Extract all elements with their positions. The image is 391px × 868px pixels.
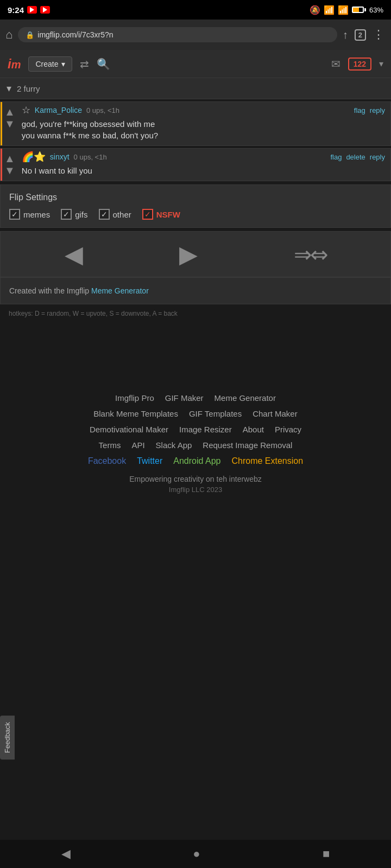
delete-2[interactable]: delete: [346, 153, 365, 161]
battery-icon: [352, 7, 366, 13]
username-2[interactable]: sinxyt: [50, 152, 70, 161]
footer-link-image-resizer[interactable]: Image Resizer: [179, 425, 232, 434]
more-menu-icon[interactable]: ⋮: [373, 28, 386, 42]
footer-link-api[interactable]: API: [131, 441, 144, 450]
search-icon[interactable]: 🔍: [97, 58, 110, 71]
checkbox-gifs: ✓ gifs: [61, 209, 87, 220]
comment-1-content: ☆ Karma_Police 0 ups, <1h flag reply god…: [20, 102, 390, 145]
checkbox-row: ✓ memes ✓ gifs ✓ other ✓ NSFW: [9, 209, 382, 220]
footer-row-3: Demotivational Maker Image Resizer About…: [11, 425, 380, 434]
footer-link-imgflip-pro[interactable]: Imgflip Pro: [115, 393, 154, 403]
hotkeys-text: hotkeys: D = random, W = upvote, S = dow…: [9, 310, 178, 317]
comment-2-content: 🌈⭐ sinxyt 0 ups, <1h flag delete reply N…: [20, 149, 390, 181]
flip-settings: Flip Settings ✓ memes ✓ gifs ✓ other ✓ N…: [0, 184, 391, 228]
forward-arrow[interactable]: ▶: [179, 240, 198, 268]
home-icon[interactable]: ⌂: [5, 28, 12, 42]
shuffle-nav[interactable]: ⇒⇔: [294, 242, 326, 267]
reply-2[interactable]: reply: [370, 153, 385, 161]
imgflip-logo: im: [8, 56, 21, 72]
meta-1: 0 ups, <1h: [86, 106, 119, 114]
collapse-button[interactable]: ▾: [7, 82, 11, 94]
footer-link-meme-gen[interactable]: Meme Generator: [215, 393, 276, 403]
shuffle-icon[interactable]: ⇄: [80, 58, 89, 71]
vote-col-2: ▲ ▼: [2, 149, 20, 181]
downvote-2[interactable]: ▼: [4, 165, 15, 176]
footer-row-4: Terms API Slack App Request Image Remova…: [11, 441, 380, 450]
comment-1-text: god, you're f**king obsessed with meyou …: [22, 118, 385, 141]
battery-percent: 63%: [369, 6, 383, 14]
footer-link-gif-templates[interactable]: GIF Templates: [189, 409, 242, 418]
footer-android-link[interactable]: Android App: [173, 456, 220, 466]
mute-icon: 🔕: [310, 5, 320, 15]
checkbox-other-box[interactable]: ✓: [99, 209, 110, 220]
wifi-icon: 📶: [324, 5, 335, 15]
footer-tagline: Empowering creativity on teh interwebz: [11, 475, 380, 483]
checkbox-other-label: other: [113, 210, 131, 219]
flag-2[interactable]: flag: [330, 153, 342, 161]
status-left: 9:24: [8, 5, 50, 15]
header-dropdown[interactable]: ▾: [379, 59, 383, 69]
android-recents-button[interactable]: ■: [323, 847, 330, 861]
url-text: imgflip.com/i/7c3xr5?n: [37, 30, 329, 39]
checkbox-memes: ✓ memes: [9, 209, 50, 220]
upvote-2[interactable]: ▲: [4, 153, 15, 164]
create-button[interactable]: Create ▾: [28, 56, 72, 72]
dropdown-arrow: ▾: [61, 60, 65, 68]
reply-flag-1[interactable]: reply: [370, 106, 385, 114]
comment-2-meta: 🌈⭐ sinxyt 0 ups, <1h flag delete reply: [22, 151, 385, 163]
android-home-button[interactable]: ●: [193, 847, 200, 861]
meta-2: 0 ups, <1h: [74, 153, 107, 161]
mail-icon[interactable]: ✉: [118, 58, 340, 71]
comment-2-text: No I want to kill you: [22, 165, 385, 176]
nav-row: ◀ ▶ ⇒⇔: [0, 231, 391, 277]
footer-link-about[interactable]: About: [243, 425, 264, 434]
feedback-tab[interactable]: Feedback: [0, 716, 15, 760]
collapsed-comment: ▾ 2 furry: [0, 78, 391, 99]
downvote-1[interactable]: ▼: [4, 118, 15, 129]
footer-link-blank-meme[interactable]: Blank Meme Templates: [93, 409, 178, 418]
share-icon[interactable]: ↑: [343, 29, 348, 41]
user-badge-2: 🌈⭐: [22, 151, 46, 163]
android-nav-bar: ◀ ● ■: [0, 840, 391, 868]
checkbox-memes-label: memes: [23, 210, 50, 219]
footer-link-demotivational[interactable]: Demotivational Maker: [90, 425, 168, 434]
comment-1-main: ▲ ▼ ☆ Karma_Police 0 ups, <1h flag reply…: [1, 102, 390, 145]
upvote-1[interactable]: ▲: [4, 106, 15, 117]
imgflip-header: im Create ▾ ⇄ 🔍 ✉ 122 ▾: [0, 50, 391, 78]
footer-link-slack[interactable]: Slack App: [156, 441, 192, 450]
notification-badge[interactable]: 122: [348, 58, 371, 71]
checkbox-nsfw-box[interactable]: ✓: [142, 209, 153, 220]
android-back-button[interactable]: ◀: [61, 847, 71, 861]
checkbox-memes-box[interactable]: ✓: [9, 209, 20, 220]
comment-2-actions: flag delete reply: [330, 153, 385, 161]
status-right: 🔕 📶 📶 63%: [310, 5, 383, 15]
checkbox-nsfw: ✓ NSFW: [142, 209, 180, 220]
tab-count[interactable]: 2: [355, 29, 366, 41]
browser-bar: ⌂ 🔒 imgflip.com/i/7c3xr5?n ↑ 2 ⋮: [0, 20, 391, 50]
footer-link-request-removal[interactable]: Request Image Removal: [203, 441, 292, 450]
footer-link-privacy[interactable]: Privacy: [275, 425, 301, 434]
footer-link-gif-maker[interactable]: GIF Maker: [165, 393, 204, 403]
footer-link-terms[interactable]: Terms: [99, 441, 121, 450]
url-bar[interactable]: 🔒 imgflip.com/i/7c3xr5?n: [18, 27, 337, 42]
comment-2: ▲ ▼ 🌈⭐ sinxyt 0 ups, <1h flag delete rep…: [0, 148, 391, 181]
footer-facebook-link[interactable]: Facebook: [88, 456, 126, 466]
checkbox-gifs-label: gifs: [75, 210, 87, 219]
footer-link-chart-maker[interactable]: Chart Maker: [253, 409, 298, 418]
footer-row-2: Blank Meme Templates GIF Templates Chart…: [11, 409, 380, 418]
flag-1[interactable]: flag: [354, 106, 365, 114]
flip-settings-title: Flip Settings: [9, 193, 382, 202]
footer-twitter-link[interactable]: Twitter: [137, 456, 162, 466]
created-with: Created with the Imgflip Meme Generator: [0, 277, 391, 304]
username-1[interactable]: Karma_Police: [35, 106, 82, 114]
comment-1: ▲ ▼ ☆ Karma_Police 0 ups, <1h flag reply…: [0, 101, 391, 146]
status-time: 9:24: [8, 5, 24, 15]
meme-generator-link[interactable]: Meme Generator: [91, 286, 149, 295]
checkbox-nsfw-label: NSFW: [156, 210, 180, 219]
back-arrow[interactable]: ◀: [65, 240, 83, 268]
checkbox-gifs-box[interactable]: ✓: [61, 209, 72, 220]
footer-social: Facebook Twitter Android App Chrome Exte…: [11, 456, 380, 466]
vote-col-1: ▲ ▼: [2, 102, 20, 145]
footer-chrome-link[interactable]: Chrome Extension: [231, 456, 303, 466]
feedback-label: Feedback: [3, 722, 11, 753]
